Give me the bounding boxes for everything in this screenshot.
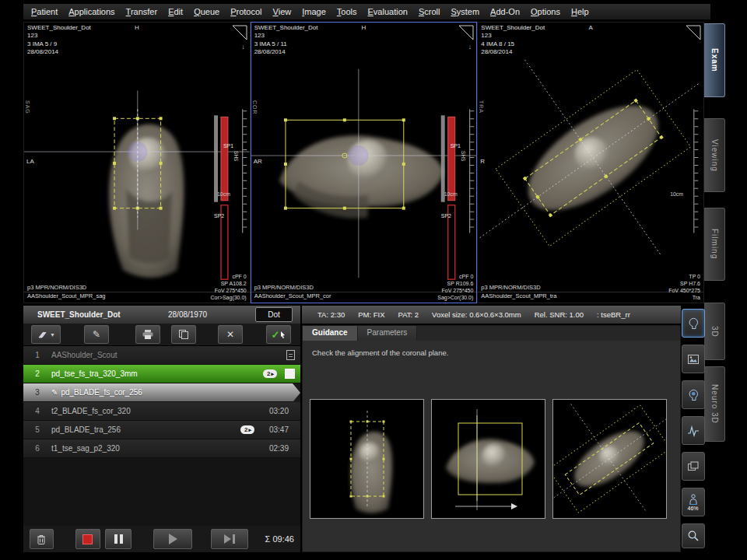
sequence-row[interactable]: 2 ✎ pd_tse_fs_tra_320_3mm 2 — [23, 365, 300, 383]
viewport-area: SP1 SP2 SHS 10cm SWEET_Shoulder_Dot 123 … — [23, 22, 704, 303]
edit-protocol-button[interactable]: ✎ — [84, 325, 109, 344]
menu-item[interactable]: Evaluation — [363, 6, 412, 17]
patient-id: 123 — [481, 32, 545, 40]
patient-name: SWEET_Shoulder_Dot — [28, 310, 168, 319]
svg-text:SHS: SHS — [233, 151, 239, 161]
scroll-down-icon[interactable]: ↓ — [241, 43, 245, 51]
menu-item[interactable]: Queue — [189, 6, 224, 17]
workflow-tab[interactable]: Neuro 3D — [704, 366, 725, 442]
physio-signal-button[interactable] — [682, 416, 705, 445]
image-date: 28/08/2014 — [27, 48, 91, 56]
trash-button[interactable] — [30, 529, 54, 549]
print-button[interactable] — [135, 325, 160, 344]
dot-engine-button[interactable]: Dot — [255, 307, 293, 322]
sequence-name: t2_BLADE_fs_cor_320 — [51, 407, 262, 415]
workflow-tab[interactable]: Viewing — [704, 118, 725, 192]
thumbnail-coronal-image — [432, 400, 545, 518]
viewport-sagittal[interactable]: SP1 SP2 SHS 10cm SWEET_Shoulder_Dot 123 … — [23, 22, 251, 303]
viewport-coronal[interactable]: SP1 SP2 SHS 10cm SWEET_Shoulder_Dot 123 … — [251, 22, 478, 303]
series-title: SWEET_Shoulder_Dot — [481, 24, 545, 32]
menu-item[interactable]: System — [446, 6, 484, 17]
pause-button[interactable] — [105, 529, 132, 549]
menu-item[interactable]: Protocol — [226, 6, 266, 17]
head-3d-button[interactable] — [682, 309, 705, 338]
menu-item[interactable]: Scroll — [414, 6, 445, 17]
thumbnail-transversal — [552, 399, 667, 519]
info-tabs: Guidance Parameters — [303, 326, 680, 341]
stamp-tool-button[interactable]: ▼ — [31, 325, 61, 344]
menu-item[interactable]: Options — [526, 6, 565, 17]
technique-overlay: p3 MPR/NORM/DIS3D AAShoulder_Scout_MPR_c… — [254, 283, 331, 301]
menu-item[interactable]: View — [268, 6, 296, 17]
patient-id: 123 — [27, 32, 91, 40]
stamp-icon — [37, 331, 47, 339]
plane-label: TRA — [479, 100, 484, 114]
menu-item[interactable]: Add-On — [486, 6, 524, 17]
menu-item[interactable]: Applications — [64, 6, 119, 17]
corner-fold-icon[interactable] — [458, 24, 475, 41]
sar-level-indicator[interactable]: 46% — [682, 488, 705, 516]
thumbnail-sagittal — [310, 399, 424, 519]
sequence-row[interactable]: 6 ✎ t1_tse_sag_p2_320 02:39 — [23, 439, 300, 458]
sequence-number: 5 — [23, 425, 51, 434]
menu-item[interactable]: Transfer — [121, 6, 163, 17]
image-gallery-button[interactable] — [682, 345, 705, 373]
orientation-top: H — [135, 24, 139, 31]
menu-item[interactable]: Edit — [163, 6, 188, 17]
stop-button[interactable] — [75, 529, 100, 549]
delete-button[interactable]: ✕ — [218, 325, 243, 344]
tab-parameters[interactable]: Parameters — [358, 326, 418, 341]
sequence-row[interactable]: 1 ✎ AAShoulder_Scout — [23, 346, 300, 365]
series-title: SWEET_Shoulder_Dot — [254, 24, 318, 32]
transversal-shoulder-image: 10cm — [478, 23, 703, 303]
svg-text:SP1: SP1 — [450, 143, 460, 149]
tab-guidance[interactable]: Guidance — [303, 326, 358, 341]
sequence-number: 6 — [23, 444, 51, 453]
apply-button[interactable]: ✓ — [266, 325, 291, 344]
workflow-tab-label: Neuro 3D — [710, 384, 719, 424]
svg-text:10cm: 10cm — [217, 191, 230, 197]
workflow-tab-label: Exam — [710, 48, 719, 72]
sequence-row[interactable]: 5 ✎ pd_BLADE_tra_256 2 03:47 — [23, 421, 300, 439]
copies-badge: 2 — [240, 425, 254, 434]
play-button[interactable] — [153, 529, 192, 549]
sequence-number: 2 — [23, 369, 51, 378]
viewport-transversal[interactable]: 10cm SWEET_Shoulder_Dot 123 4 IMA 8 / 15… — [477, 22, 704, 303]
corner-fold-icon[interactable] — [685, 24, 702, 41]
menu-item[interactable]: Tools — [332, 6, 362, 17]
workflow-tab[interactable]: 3D — [704, 303, 725, 360]
pencil-icon: ✎ — [93, 329, 100, 340]
measured-document-icon — [286, 350, 295, 360]
sequence-row[interactable]: 4 ✎ t2_BLADE_fs_cor_320 03:20 — [23, 402, 300, 421]
orientation-left: R — [480, 158, 485, 165]
dropdown-caret-icon: ▼ — [50, 332, 55, 338]
neuro-head-button[interactable] — [682, 380, 705, 409]
queue-toolbar: ▼ ✎ ✕ ✓ — [23, 324, 300, 346]
sequence-row[interactable]: 3 ✎ pd_BLADE_fs_cor_256 — [23, 383, 300, 402]
orientation-left: LA — [26, 158, 34, 165]
stop-icon — [82, 534, 93, 544]
image-header: SWEET_Shoulder_Dot 123 4 IMA 8 / 15 28/0… — [481, 24, 545, 57]
stop-square-icon[interactable] — [285, 369, 295, 379]
sequence-duration: 02:39 — [262, 444, 289, 453]
thumbnail-coronal — [431, 399, 545, 519]
total-scan-time: Σ 09:46 — [265, 534, 294, 544]
menu-item[interactable]: Help — [566, 6, 594, 17]
sequence-name: pd_BLADE_tra_256 — [51, 425, 240, 434]
stacked-images-icon — [687, 460, 700, 472]
menu-item[interactable]: Image — [297, 6, 331, 17]
skip-to-end-button[interactable] — [211, 529, 248, 549]
tool-icon-column: 46% — [682, 309, 704, 548]
scroll-down-icon[interactable]: ↓ — [468, 43, 472, 51]
exam-queue-panel: SWEET_Shoulder_Dot 28/08/1970 Dot ▼ ✎ ✕ … — [23, 306, 302, 552]
zoom-button[interactable] — [682, 523, 705, 548]
pm-value: PM: FIX — [358, 310, 384, 319]
image-stack-button[interactable] — [682, 452, 705, 481]
image-icon — [687, 354, 700, 365]
copy-parameters-button[interactable] — [171, 325, 196, 344]
menu-item[interactable]: Patient — [26, 6, 62, 17]
workflow-tab[interactable]: Filming — [704, 208, 725, 281]
patient-dob: 28/08/1970 — [168, 310, 255, 319]
workflow-tab[interactable]: Exam — [704, 23, 725, 97]
corner-fold-icon[interactable] — [231, 24, 248, 41]
